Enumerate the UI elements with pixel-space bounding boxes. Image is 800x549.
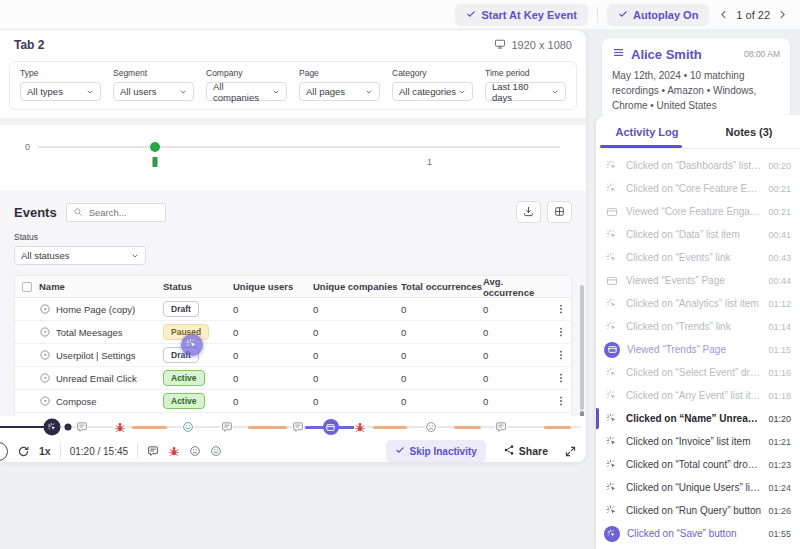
replay-skip-icon[interactable] (17, 445, 30, 458)
note-icon[interactable] (292, 421, 304, 433)
event-name-cell: Total Meesages (39, 326, 163, 338)
session-start-time: 08:00 AM (744, 49, 780, 59)
timeline-playhead[interactable] (44, 419, 61, 436)
row-menu-button[interactable] (551, 372, 571, 384)
bug-icon[interactable] (168, 445, 180, 457)
filter-select-value: All categories (399, 86, 456, 97)
cursor-click-icon (604, 503, 619, 518)
activity-text: Viewed “Trends” Page (627, 344, 761, 355)
tab-notes[interactable]: Notes (3) (698, 115, 800, 148)
table-row[interactable]: Home Page (copy)Draft0000 (15, 298, 571, 321)
metric-cell: 0 (313, 373, 401, 384)
inactivity-segment[interactable] (132, 426, 167, 429)
activity-item[interactable]: Clicked on “Any Event” list item01:18 (596, 384, 800, 407)
play-pause-button[interactable] (0, 442, 8, 461)
filter-time-period: Time periodLast 180 days (485, 68, 566, 101)
inactivity-segment[interactable] (544, 426, 571, 429)
filter-select[interactable]: All categories (392, 82, 473, 101)
activity-timestamp: 00:21 (768, 184, 791, 194)
metric-cell: 0 (313, 396, 401, 407)
start-at-key-event-button[interactable]: Start At Key Event (455, 4, 588, 26)
tab-activity-log[interactable]: Activity Log (596, 115, 698, 148)
column-header: Status (163, 281, 233, 292)
table-row[interactable]: Userpilot | SettingsDraft0000 (15, 344, 571, 367)
activity-item[interactable]: Clicked on “Invoice” list item01:21 (596, 430, 800, 453)
note-icon[interactable] (76, 421, 88, 433)
metric-cell: 0 (483, 304, 551, 315)
activity-item[interactable]: Clicked on “Events” link00:43 (596, 246, 800, 269)
filter-select[interactable]: All companies (206, 82, 287, 101)
activity-item[interactable]: Clicked on “Unique Users” list item01:24 (596, 476, 800, 499)
playback-timeline[interactable] (0, 416, 586, 438)
chevron-left-icon[interactable] (718, 9, 729, 20)
chart-point-label: 0 (152, 157, 157, 167)
frown-icon[interactable] (189, 445, 201, 457)
metric-cell: 0 (233, 304, 313, 315)
activity-item[interactable]: Viewed “Core Feature Engagment”00:21 (596, 200, 800, 223)
note-icon[interactable] (495, 421, 507, 433)
activity-item[interactable]: Clicked on “Select Event” dropdown01:16 (596, 361, 800, 384)
activity-item[interactable]: Viewed “Events” Page00:44 (596, 269, 800, 292)
share-icon (503, 444, 515, 458)
note-icon[interactable] (221, 421, 233, 433)
filter-page: PageAll pages (299, 68, 380, 101)
download-button[interactable] (516, 201, 541, 223)
chevron-down-icon (86, 88, 94, 96)
table-row[interactable]: Total MeesagesPaused0000 (15, 321, 571, 344)
inactivity-segment[interactable] (454, 426, 481, 429)
status-select[interactable]: All statuses (14, 246, 146, 265)
activity-item[interactable]: Clicked on “Dashboards” list item00:20 (596, 154, 800, 177)
activity-text: Clicked on “Run Query” button (626, 505, 761, 516)
share-button[interactable]: Share (497, 443, 554, 459)
controls-divider (60, 443, 61, 459)
playback-speed-button[interactable]: 1x (39, 445, 51, 457)
bug-icon[interactable] (354, 421, 366, 433)
bug-icon[interactable] (114, 421, 126, 433)
skip-inactivity-button[interactable]: Skip Inactivity (386, 440, 486, 462)
activity-item[interactable]: Clicked on “Core Feature Engagem...00:21 (596, 177, 800, 200)
smiley-icon[interactable] (182, 421, 194, 433)
columns-button[interactable] (547, 201, 572, 223)
search-input[interactable] (87, 206, 157, 219)
chart-data-point[interactable] (150, 142, 160, 152)
activity-item[interactable]: Clicked on “Name” Unread Email C...01:20 (596, 407, 800, 430)
event-name-label: Compose (56, 396, 97, 407)
activity-text: Clicked on “Total count” dropdown (626, 459, 761, 470)
frown-icon[interactable] (425, 421, 437, 433)
metric-cell: 0 (233, 373, 313, 384)
activity-item[interactable]: Clicked on “Run Query” button01:26 (596, 499, 800, 522)
timeline-event-dot[interactable] (64, 424, 71, 431)
inactivity-segment[interactable] (248, 426, 287, 429)
viewed-page-icon (604, 273, 619, 288)
inactivity-segment[interactable] (373, 426, 407, 429)
filter-select[interactable]: All pages (299, 82, 380, 101)
fullscreen-button[interactable] (565, 446, 576, 457)
activity-item[interactable]: Clicked on “Data” list item00:41 (596, 223, 800, 246)
filter-select[interactable]: All types (20, 82, 101, 101)
chevron-right-icon[interactable] (777, 9, 788, 20)
select-all-checkbox[interactable] (22, 282, 32, 292)
viewed-page-icon[interactable] (323, 419, 339, 435)
table-row[interactable]: Unread Email ClickActive0000 (15, 367, 571, 390)
smiley-icon[interactable] (210, 445, 222, 457)
filter-select[interactable]: Last 180 days (485, 82, 566, 101)
activity-timestamp: 00:41 (768, 230, 791, 240)
scrollbar-thumb[interactable] (580, 285, 584, 410)
filter-select[interactable]: All users (113, 82, 194, 101)
activity-item[interactable]: Clicked on “Total count” dropdown01:23 (596, 453, 800, 476)
activity-item[interactable]: Viewed “Trends” Page01:15 (596, 338, 800, 361)
note-icon[interactable] (147, 445, 159, 457)
activity-log-card: Activity Log Notes (3) Clicked on “Dashb… (596, 115, 800, 549)
user-name[interactable]: Alice Smith (612, 46, 702, 62)
activity-item[interactable]: Clicked on “Trends” link01:14 (596, 315, 800, 338)
autoplay-button[interactable]: Autoplay On (607, 4, 709, 26)
row-menu-button[interactable] (551, 395, 571, 407)
row-menu-button[interactable] (551, 349, 571, 361)
row-menu-button[interactable] (551, 303, 571, 315)
activity-text: Clicked on “Select Event” dropdown (626, 367, 761, 378)
table-row[interactable]: ComposeActive0000 (15, 390, 571, 413)
events-search[interactable] (66, 203, 166, 222)
activity-item[interactable]: Clicked on “Save” button01:55 (596, 522, 800, 545)
row-menu-button[interactable] (551, 326, 571, 338)
activity-item[interactable]: Clicked on “Analytics” list item01:12 (596, 292, 800, 315)
